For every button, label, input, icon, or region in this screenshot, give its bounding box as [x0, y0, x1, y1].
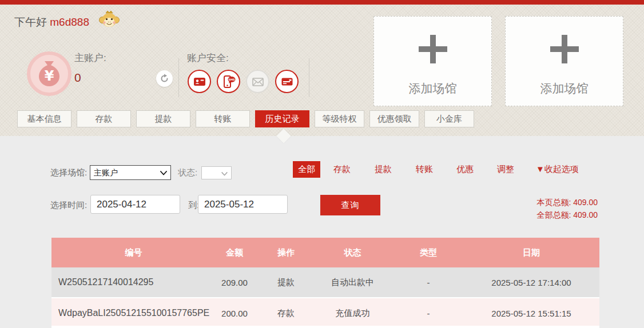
refresh-icon[interactable] — [156, 70, 173, 87]
table-header-row: 编号 金额 操作 状态 类型 日期 — [51, 238, 599, 267]
cell-operation: 存款 — [260, 298, 312, 328]
triangle-down-icon: ▼ — [536, 164, 544, 174]
filter-type-promo[interactable]: 优惠 — [456, 164, 474, 175]
col-header-id: 编号 — [51, 238, 209, 267]
divider — [178, 58, 179, 97]
status-select-label: 状态: — [178, 167, 197, 178]
filter-type-withdraw[interactable]: 提款 — [375, 164, 392, 175]
filter-type-deposit[interactable]: 存款 — [333, 164, 351, 175]
money-bag-icon: ¥ — [27, 51, 71, 96]
id-card-icon[interactable] — [188, 70, 211, 93]
time-range-label: 选择时间: — [50, 200, 87, 211]
security-icons: SMS — [188, 70, 299, 93]
main-account-balance: 0 — [74, 71, 81, 85]
totals: 本页总额: 409.00 全部总额: 409.00 — [458, 196, 598, 221]
collapse-options-label: 收起选项 — [544, 164, 579, 174]
add-venue-button[interactable]: 添加场馆 — [505, 16, 623, 106]
page-total-value: 409.00 — [573, 198, 598, 207]
all-total-value: 409.00 — [573, 210, 598, 219]
col-header-type: 类型 — [393, 238, 463, 267]
tab-deposit[interactable]: 存款 — [77, 110, 131, 127]
top-red-bar — [0, 0, 644, 5]
svg-text:¥: ¥ — [45, 68, 54, 84]
cell-operation: 提款 — [260, 267, 312, 298]
add-venue-button[interactable]: 添加场馆 — [373, 16, 492, 106]
cell-amount: 209.00 — [209, 267, 260, 298]
col-header-amount: 金额 — [209, 238, 260, 267]
table-row: WdpayBaLI250512155100157765PE 200.00 存款 … — [51, 298, 599, 328]
mail-icon[interactable] — [246, 70, 269, 93]
history-table: 编号 金额 操作 状态 类型 日期 W25051217140014295 209… — [51, 238, 599, 328]
venue-select-input[interactable]: 主账户 — [90, 166, 170, 179]
filter-type-adjust[interactable]: 调整 — [497, 164, 514, 175]
plus-icon — [550, 35, 579, 66]
cell-amount: 200.00 — [209, 298, 260, 328]
col-header-status: 状态 — [312, 238, 393, 267]
all-total: 全部总额: 409.00 — [458, 209, 598, 221]
svg-text:SMS: SMS — [228, 78, 234, 81]
venue-select[interactable]: 主账户 — [90, 165, 171, 180]
date-from-input[interactable] — [90, 195, 180, 214]
tab-basic-info[interactable]: 基本信息 — [17, 110, 71, 127]
account-security-label: 账户安全: — [187, 51, 229, 65]
add-venue-label: 添加场馆 — [540, 81, 589, 97]
cell-type: - — [393, 267, 463, 298]
account-tabs: 基本信息 存款 提款 转账 历史记录 等级特权 优惠领取 小金库 — [17, 110, 474, 127]
main-account-label: 主账户: — [74, 51, 106, 65]
monkey-face-icon — [98, 9, 120, 32]
tab-history[interactable]: 历史记录 — [255, 110, 309, 127]
next-row-edge — [51, 326, 599, 328]
collapse-options-link[interactable]: ▼收起选项 — [536, 164, 579, 175]
cell-status: 充值成功 — [312, 298, 393, 328]
add-venue-label: 添加场馆 — [409, 81, 457, 97]
divider — [309, 58, 309, 97]
status-select-input[interactable] — [202, 167, 231, 179]
filter-type-all[interactable]: 全部 — [293, 161, 320, 178]
tab-transfer[interactable]: 转账 — [196, 110, 250, 127]
greeting: 下午好 m6d888 — [14, 15, 89, 30]
account-page: 下午好 m6d888 ¥ — [0, 0, 644, 328]
col-header-date: 日期 — [463, 238, 599, 267]
cell-date: 2025-05-12 15:51:15 — [463, 298, 599, 328]
col-header-operation: 操作 — [260, 238, 312, 267]
cell-id: WdpayBaLI250512155100157765PE — [51, 298, 209, 328]
cell-date: 2025-05-12 17:14:00 — [463, 267, 599, 298]
tab-withdraw[interactable]: 提款 — [136, 110, 190, 127]
date-to-input[interactable] — [198, 195, 288, 214]
bank-card-icon[interactable] — [275, 70, 299, 93]
sms-phone-icon[interactable]: SMS — [217, 70, 240, 93]
page-total-label: 本页总额: — [536, 198, 571, 207]
cell-status: 自动出款中 — [312, 267, 393, 298]
tab-level-privilege[interactable]: 等级特权 — [315, 110, 364, 127]
search-button[interactable]: 查询 — [320, 195, 380, 215]
greeting-text: 下午好 — [14, 16, 47, 28]
filter-type-transfer[interactable]: 转账 — [416, 164, 433, 175]
table-row: W25051217140014295 209.00 提款 自动出款中 - 202… — [51, 267, 599, 298]
plus-icon — [419, 35, 447, 66]
account-header-section: 下午好 m6d888 ¥ — [0, 5, 644, 136]
venue-select-label: 选择场馆: — [50, 167, 87, 178]
tab-treasury[interactable]: 小金库 — [424, 110, 474, 127]
tab-promo-claim[interactable]: 优惠领取 — [369, 110, 419, 127]
all-total-label: 全部总额: — [536, 210, 571, 219]
cell-type: - — [393, 298, 463, 328]
username: m6d888 — [50, 16, 89, 28]
cell-id: W25051217140014295 — [51, 267, 209, 298]
page-total: 本页总额: 409.00 — [458, 196, 598, 209]
status-select[interactable] — [201, 166, 232, 179]
